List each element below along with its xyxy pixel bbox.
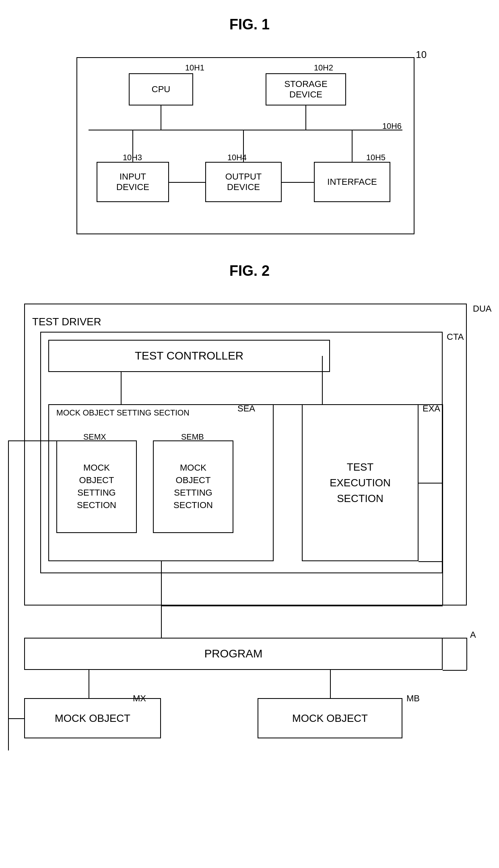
hline-exa-top <box>419 404 443 405</box>
input-device-box: INPUTDEVICE <box>97 162 169 202</box>
prog-bracket-top <box>443 638 467 639</box>
interface-label: INTERFACE <box>327 177 377 187</box>
label-a: A <box>470 630 476 640</box>
output-label: OUTPUTDEVICE <box>225 172 262 192</box>
fig2-diagram: DUA TEST DRIVER CTA TEST CONTROLLER SEA … <box>0 291 499 734</box>
test-controller-box: TEST CONTROLLER <box>48 340 330 372</box>
interface-box: INTERFACE <box>314 162 390 202</box>
test-execution-label: TESTEXECUTIONSECTION <box>330 459 391 506</box>
storage-label: STORAGEDEVICE <box>284 79 327 100</box>
cpu-box: CPU <box>129 73 193 105</box>
storage-box: STORAGEDEVICE <box>266 73 346 105</box>
hline-bottom1 <box>169 182 206 183</box>
test-controller-label: TEST CONTROLLER <box>135 349 243 362</box>
mx-box: MOCK OBJECT <box>24 698 161 738</box>
page: FIG. 1 10 CPU 10H1 STORAGEDEVICE 10H2 10… <box>0 0 499 734</box>
program-area: PROGRAM <box>24 630 467 662</box>
cpu-label: CPU <box>152 84 170 95</box>
fig2-title: FIG. 2 <box>0 238 499 291</box>
prog-bracket-vert <box>466 638 467 670</box>
program-label: PROGRAM <box>204 647 263 660</box>
semx-box: MOCKOBJECTSETTINGSECTION <box>56 440 137 533</box>
vline-exa-bracket-bottom <box>442 483 443 562</box>
vline-tc-left <box>121 372 122 404</box>
hline-exa-bottom2 <box>419 561 443 562</box>
input-label: INPUTDEVICE <box>116 172 149 192</box>
vline-prog-to-mx <box>89 670 89 698</box>
fig1-diagram: 10 CPU 10H1 STORAGEDEVICE 10H2 10H6 INPU… <box>76 45 423 238</box>
fig1-outer-box <box>76 57 414 234</box>
mb-box: MOCK OBJECT <box>258 698 402 738</box>
semb-box: MOCKOBJECTSETTINGSECTION <box>153 440 233 533</box>
label-mb: MB <box>406 693 420 704</box>
vline-cpu <box>161 105 161 130</box>
vline-sea-to-prog <box>161 561 162 638</box>
exa-box: TESTEXECUTIONSECTION <box>302 404 419 561</box>
vline-prog-to-mb <box>330 670 331 698</box>
left-connector-vert <box>8 440 9 750</box>
vline-tc-right <box>322 356 323 404</box>
label-10h1: 10H1 <box>185 63 204 72</box>
mock-setting-section-label: MOCK OBJECT SETTING SECTION <box>56 408 190 417</box>
semb-label: MOCKOBJECTSETTINGSECTION <box>173 462 213 511</box>
label-10h5: 10H5 <box>366 153 386 162</box>
hline-program-connector <box>161 606 443 606</box>
label-10h3: 10H3 <box>123 153 142 162</box>
vline-storage <box>305 105 306 130</box>
label-10h2: 10H2 <box>314 63 333 72</box>
label-dua: DUA <box>473 304 491 314</box>
label-cta: CTA <box>447 332 464 342</box>
prog-bracket-bottom <box>443 670 467 671</box>
vline-interface <box>352 130 353 163</box>
mock-object-mx-label: MOCK OBJECT <box>55 712 130 725</box>
program-box: PROGRAM <box>24 638 443 670</box>
mock-object-mb-label: MOCK OBJECT <box>292 712 368 725</box>
bus-line <box>89 130 402 130</box>
label-10h6: 10H6 <box>382 122 402 131</box>
left-connector-mid-h <box>8 718 25 719</box>
fig1-title: FIG. 1 <box>0 0 499 45</box>
label-10h4: 10H4 <box>227 153 247 162</box>
vline-right-to-program <box>442 561 443 606</box>
test-driver-label: TEST DRIVER <box>32 316 101 328</box>
hline-bottom2 <box>282 182 315 183</box>
label-10: 10 <box>416 49 427 60</box>
vline-exa-bracket-top <box>442 404 443 483</box>
output-device-box: OUTPUTDEVICE <box>205 162 282 202</box>
left-connector-top-h <box>8 440 56 441</box>
semx-label: MOCKOBJECTSETTINGSECTION <box>77 462 116 511</box>
hline-exa-right <box>419 483 443 484</box>
